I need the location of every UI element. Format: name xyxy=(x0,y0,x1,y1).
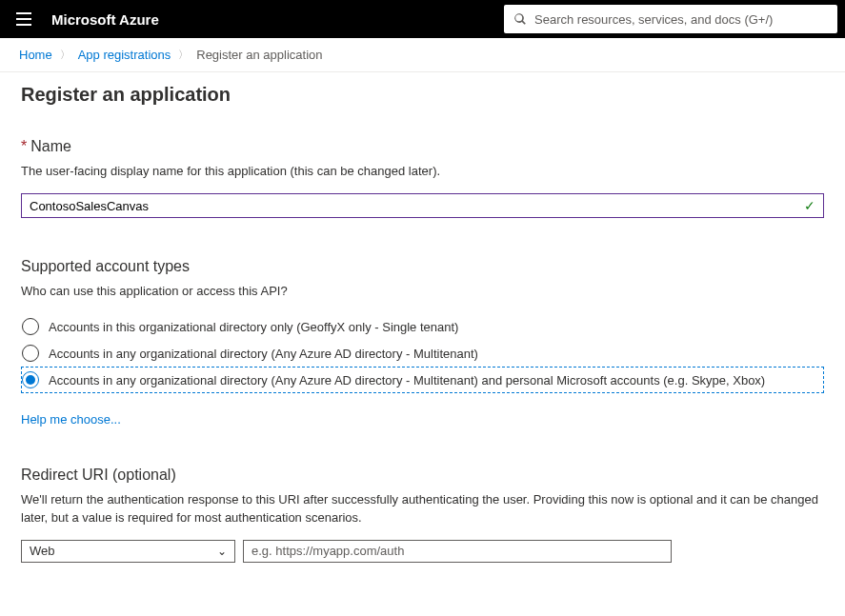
radio-multitenant-personal[interactable]: Accounts in any organizational directory… xyxy=(21,367,824,393)
platform-selected: Web xyxy=(30,544,55,558)
help-me-choose-link[interactable]: Help me choose... xyxy=(21,412,121,427)
account-types-desc: Who can use this application or access t… xyxy=(21,283,824,300)
global-search[interactable] xyxy=(504,5,837,33)
page-title: Register an application xyxy=(21,84,824,106)
page-content: Register an application *Name The user-f… xyxy=(0,72,845,601)
top-bar: Microsoft Azure xyxy=(0,0,845,38)
radio-icon xyxy=(22,371,39,388)
redirect-uri-input[interactable] xyxy=(243,540,672,563)
radio-label: Accounts in this organizational director… xyxy=(49,320,458,334)
search-icon xyxy=(513,12,527,26)
radio-multitenant[interactable]: Accounts in any organizational directory… xyxy=(21,340,824,367)
svg-rect-2 xyxy=(16,24,31,26)
name-description: The user-facing display name for this ap… xyxy=(21,163,824,180)
radio-single-tenant[interactable]: Accounts in this organizational director… xyxy=(21,313,824,340)
radio-icon xyxy=(22,345,39,362)
name-section: *Name The user-facing display name for t… xyxy=(21,138,824,218)
hamburger-icon xyxy=(16,12,31,26)
required-mark: * xyxy=(21,138,27,154)
radio-label: Accounts in any organizational directory… xyxy=(49,347,478,361)
redirect-uri-title: Redirect URI (optional) xyxy=(21,467,824,484)
redirect-uri-section: Redirect URI (optional) We'll return the… xyxy=(21,467,824,562)
brand-label: Microsoft Azure xyxy=(40,11,159,28)
redirect-uri-row: Web ⌄ xyxy=(21,540,824,563)
platform-dropdown[interactable]: Web ⌄ xyxy=(21,540,235,563)
search-input[interactable] xyxy=(534,12,828,27)
account-types-section: Supported account types Who can use this… xyxy=(21,258,824,427)
breadcrumb-app-registrations[interactable]: App registrations xyxy=(78,48,171,62)
name-input-wrapper: ✓ xyxy=(21,193,824,218)
chevron-down-icon: ⌄ xyxy=(217,545,227,558)
radio-icon xyxy=(22,318,39,335)
menu-button[interactable] xyxy=(8,0,40,38)
svg-rect-1 xyxy=(16,18,31,20)
account-types-title: Supported account types xyxy=(21,258,824,275)
name-input[interactable] xyxy=(22,194,796,217)
svg-rect-0 xyxy=(16,12,31,14)
radio-label: Accounts in any organizational directory… xyxy=(49,373,765,387)
redirect-uri-desc: We'll return the authentication response… xyxy=(21,491,824,526)
breadcrumb-home[interactable]: Home xyxy=(19,48,52,62)
breadcrumb-current: Register an application xyxy=(196,48,322,62)
breadcrumb: Home 〉 App registrations 〉 Register an a… xyxy=(0,38,845,72)
check-icon: ✓ xyxy=(796,198,823,213)
account-types-radiogroup: Accounts in this organizational director… xyxy=(21,313,824,393)
chevron-right-icon: 〉 xyxy=(60,48,70,62)
chevron-right-icon: 〉 xyxy=(178,48,189,62)
name-label: *Name xyxy=(21,138,824,155)
